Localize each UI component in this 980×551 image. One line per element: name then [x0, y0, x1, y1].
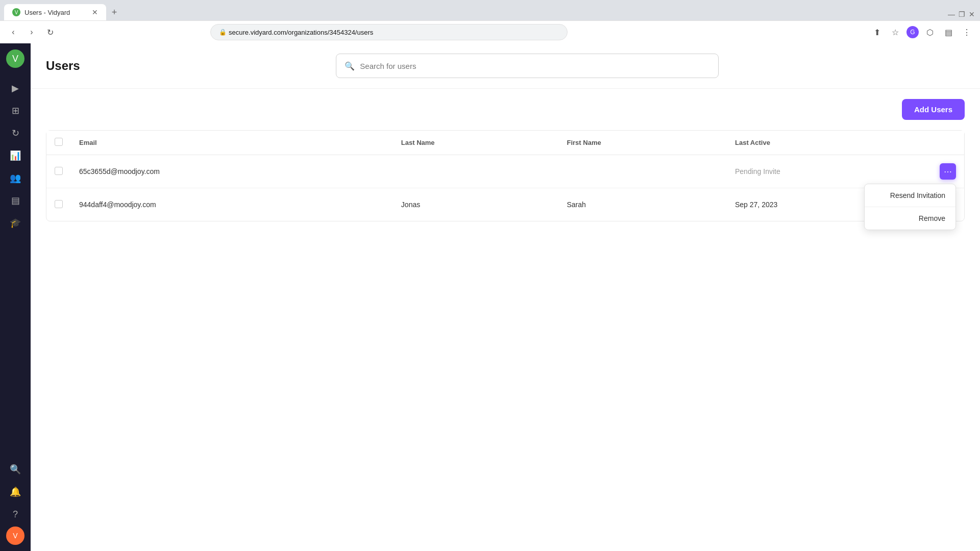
remove-item[interactable]: Remove	[865, 207, 955, 230]
new-tab-button[interactable]: +	[106, 4, 122, 20]
tab-favicon: V	[12, 8, 20, 16]
row1-action-button[interactable]: ⋯	[940, 163, 956, 180]
dropdown-menu: Resend Invitation Remove	[864, 184, 956, 230]
select-all-checkbox[interactable]	[55, 138, 63, 146]
sidebar-item-video[interactable]: ▶	[5, 78, 26, 98]
header-last-active: Last Active	[727, 131, 932, 155]
header-last-name: Last Name	[393, 131, 559, 155]
content-area: Add Users Email Last Name First Name Las…	[31, 89, 980, 232]
reload-button[interactable]: ↻	[43, 25, 57, 39]
sidebar-item-analytics[interactable]: 📊	[5, 145, 26, 166]
share-icon[interactable]: ⬆	[870, 25, 884, 39]
row2-last-name: Jonas	[393, 188, 559, 221]
address-bar[interactable]: 🔒 secure.vidyard.com/organizations/34543…	[210, 24, 568, 40]
users-icon: 👥	[10, 172, 21, 184]
row1-email: 65c3655d@moodjoy.com	[71, 155, 393, 188]
row2-first-name: Sarah	[559, 188, 727, 221]
analytics-icon: 📊	[10, 150, 21, 161]
row1-last-name	[393, 155, 559, 188]
search-icon: 🔍	[345, 61, 355, 71]
row2-checkbox[interactable]	[55, 200, 63, 208]
board-icon: ⊞	[12, 105, 19, 116]
main-content: Users 🔍 Add Users	[31, 43, 980, 551]
sidebar-item-learn[interactable]: 🎓	[5, 213, 26, 233]
active-tab[interactable]: V Users - Vidyard ✕	[4, 4, 106, 20]
sidebar-item-board[interactable]: ⊞	[5, 101, 26, 121]
sidebar-item-search[interactable]: 🔍	[5, 459, 26, 480]
row1-action-cell: ⋯ Resend Invitation Remove	[932, 155, 964, 188]
sidebar-item-users[interactable]: 👥	[5, 168, 26, 188]
header-checkbox-cell	[46, 131, 71, 155]
table-header: Email Last Name First Name Last Active	[46, 131, 964, 155]
header-actions	[932, 131, 964, 155]
profile-avatar[interactable]: G	[906, 26, 919, 38]
minimize-button[interactable]: —	[947, 10, 955, 18]
lock-icon: 🔒	[219, 29, 227, 36]
table-body: 65c3655d@moodjoy.com Pending Invite ⋯	[46, 155, 964, 221]
table-row: 944daff4@moodjoy.com Jonas Sarah Sep 27,…	[46, 188, 964, 221]
search-input[interactable]	[360, 62, 710, 70]
address-bar-row: ‹ › ↻ 🔒 secure.vidyard.com/organizations…	[0, 20, 980, 43]
video-icon: ▶	[12, 83, 19, 94]
back-button[interactable]: ‹	[6, 25, 20, 39]
sidebar-item-library[interactable]: ▤	[5, 190, 26, 211]
tab-close-button[interactable]: ✕	[92, 8, 98, 16]
add-users-row: Add Users	[46, 99, 965, 120]
menu-icon[interactable]: ⋮	[960, 25, 974, 39]
sidebar-logo[interactable]: V	[6, 49, 24, 68]
activity-icon: ↻	[12, 128, 19, 139]
bottom-logo-icon: V	[13, 532, 17, 540]
row2-email: 944daff4@moodjoy.com	[71, 188, 393, 221]
sidebar: V ▶ ⊞ ↻ 📊 👥 ▤ 🎓 🔍 🔔	[0, 43, 31, 551]
table-container: Email Last Name First Name Last Active	[46, 130, 965, 221]
sidebar-item-activity[interactable]: ↻	[5, 123, 26, 143]
sidebar-bottom: 🔍 🔔 ? V	[5, 459, 26, 545]
top-area: Users 🔍	[31, 43, 980, 89]
extensions-icon[interactable]: ⬡	[923, 25, 937, 39]
app-container: V ▶ ⊞ ↻ 📊 👥 ▤ 🎓 🔍 🔔	[0, 43, 980, 551]
pending-invite-status: Pending Invite	[735, 167, 780, 176]
row1-checkbox-cell	[46, 155, 71, 188]
url-text: secure.vidyard.com/organizations/3454324…	[229, 29, 373, 36]
bookmark-icon[interactable]: ☆	[888, 25, 902, 39]
browser-chrome: V Users - Vidyard ✕ + — ❐ ✕ ‹ › ↻ 🔒 secu…	[0, 0, 980, 43]
close-window-button[interactable]: ✕	[968, 10, 976, 18]
sidebar-item-help[interactable]: ?	[5, 504, 26, 524]
row1-checkbox[interactable]	[55, 167, 63, 175]
add-users-button[interactable]: Add Users	[902, 99, 965, 120]
forward-button[interactable]: ›	[24, 25, 39, 39]
row1-last-active: Pending Invite	[727, 155, 932, 188]
row2-checkbox-cell	[46, 188, 71, 221]
table-row: 65c3655d@moodjoy.com Pending Invite ⋯	[46, 155, 964, 188]
sidebar-toggle-icon[interactable]: ▤	[941, 25, 955, 39]
tab-title: Users - Vidyard	[24, 9, 70, 16]
help-icon: ?	[13, 509, 18, 520]
maximize-button[interactable]: ❐	[958, 10, 966, 18]
sidebar-bottom-logo[interactable]: V	[6, 527, 24, 545]
learn-icon: 🎓	[10, 217, 21, 229]
resend-invitation-item[interactable]: Resend Invitation	[865, 184, 955, 207]
page-title: Users	[46, 59, 80, 73]
header-email: Email	[71, 131, 393, 155]
bell-icon: 🔔	[10, 486, 21, 497]
browser-actions: ⬆ ☆ G ⬡ ▤ ⋮	[870, 25, 974, 39]
header-first-name: First Name	[559, 131, 727, 155]
search-bar[interactable]: 🔍	[336, 54, 719, 78]
library-icon: ▤	[11, 195, 20, 206]
sidebar-item-bell[interactable]: 🔔	[5, 482, 26, 502]
search-sidebar-icon: 🔍	[10, 464, 21, 475]
logo-icon: V	[12, 54, 18, 64]
users-table: Email Last Name First Name Last Active	[46, 131, 964, 221]
row1-first-name	[559, 155, 727, 188]
window-controls: — ❐ ✕	[947, 10, 976, 20]
